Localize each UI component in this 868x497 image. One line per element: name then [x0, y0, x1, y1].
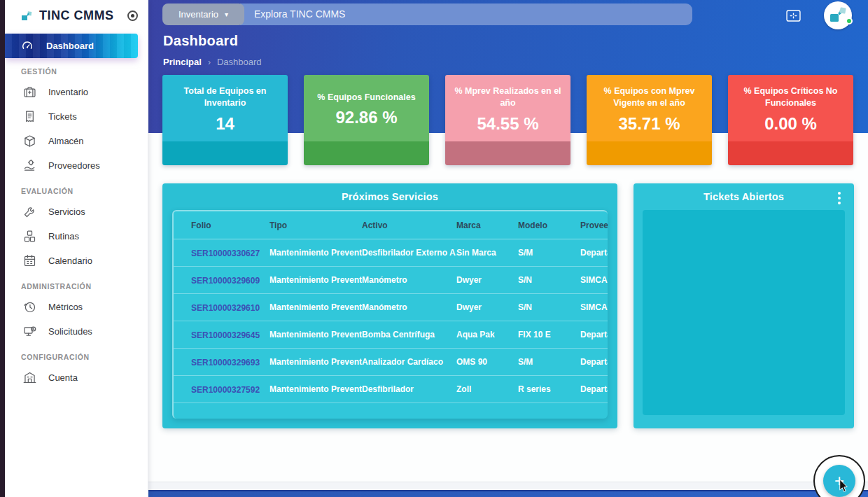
tickets-empty-panel	[643, 210, 845, 415]
folio-link[interactable]: SER10000329693	[191, 358, 260, 368]
kpi-title: % Mprev Realizados en el año	[454, 85, 562, 109]
sidebar-pin-icon[interactable]	[127, 10, 138, 21]
kpi-footer-strip	[304, 141, 429, 165]
table-row[interactable]: SER10000329693 Mantenimiento Prevent... …	[174, 349, 608, 376]
cell-activo: Desfibrilador	[362, 384, 456, 394]
global-search-input[interactable]	[240, 4, 692, 25]
breadcrumb-separator: ›	[208, 57, 211, 67]
cell-proveedor: SIMCA	[580, 302, 608, 312]
sidebar-item-label: Métricos	[48, 302, 83, 312]
metrics-clock-icon	[22, 300, 37, 314]
requests-monitor-icon	[22, 324, 37, 339]
topbar-actions	[786, 0, 852, 31]
online-status-dot	[846, 18, 853, 24]
fit-screen-icon[interactable]	[786, 10, 801, 22]
tickets-abiertos-title: Tickets Abiertos	[634, 183, 854, 209]
kebab-menu-icon[interactable]	[836, 190, 843, 206]
cell-proveedor: Departar	[580, 357, 608, 367]
sidebar-item-inventario[interactable]: Inventario	[5, 80, 148, 104]
sidebar-item-calendario[interactable]: Calendario	[5, 248, 148, 273]
supplier-hand-icon	[22, 158, 37, 173]
cell-modelo: S/M	[518, 357, 580, 367]
cell-activo: Analizador Cardíaco	[362, 357, 456, 367]
table-row[interactable]: SER10000329610 Mantenimiento Prevent... …	[174, 294, 608, 321]
kpi-title: % Equipos Críticos No Funcionales	[736, 85, 845, 109]
cubes-icon	[22, 229, 37, 244]
cell-proveedor: Departar	[580, 384, 608, 394]
cell-proveedor: Departar	[580, 248, 608, 258]
plus-icon: +	[834, 471, 844, 491]
sidebar-item-label: Tickets	[48, 111, 77, 122]
sidebar-item-tickets[interactable]: Tickets	[5, 104, 148, 129]
sidebar-item-proveedores[interactable]: Proveedores	[5, 153, 148, 178]
cell-marca: Dwyer	[456, 275, 518, 285]
sidebar-item-label: Dashboard	[46, 41, 94, 51]
topbar: Inventario ▾	[148, 0, 868, 28]
gauge-icon	[20, 39, 34, 53]
table-row[interactable]: SER10000329645 Mantenimiento Prevent... …	[174, 321, 608, 349]
account-building-icon	[22, 370, 37, 385]
folio-link[interactable]: SER10000330627	[191, 248, 260, 258]
sidebar-item-rutinas[interactable]: Rutinas	[5, 224, 148, 248]
cell-activo: Bomba Centrífuga	[362, 330, 456, 340]
sidebar-item-label: Solicitudes	[48, 326, 92, 337]
kpi-value: 92.86 %	[335, 108, 397, 127]
sidebar-section-evaluacion: EVALUACIÓN	[21, 187, 148, 195]
module-selector-dropdown[interactable]: Inventario ▾	[162, 4, 244, 25]
cell-marca: Sin Marca	[456, 248, 518, 258]
kpi-card-total-equipos: Total de Equipos en Inventario 14	[162, 75, 288, 165]
cell-modelo: S/N	[518, 275, 580, 285]
cell-modelo: S/N	[518, 302, 580, 312]
kpi-footer-strip	[728, 141, 853, 165]
folio-link[interactable]: SER10000329609	[191, 276, 260, 286]
sidebar-item-label: Inventario	[48, 87, 88, 97]
column-header-proveedor: Proveedor	[580, 220, 608, 230]
sidebar-item-servicios[interactable]: Servicios	[5, 200, 148, 224]
kpi-footer-strip	[162, 141, 288, 165]
warehouse-box-icon	[22, 134, 37, 148]
cell-activo: Desfibrilador Externo A...	[362, 248, 456, 258]
table-row[interactable]: SER10000330627 Mantenimiento Prevent... …	[174, 239, 608, 267]
cell-modelo: S/M	[518, 248, 580, 258]
folio-link[interactable]: SER10000327592	[191, 385, 260, 395]
cell-tipo: Mantenimiento Prevent...	[270, 330, 362, 340]
sidebar-item-almacen[interactable]: Almacén	[5, 129, 148, 153]
sidebar-item-label: Almacén	[48, 136, 84, 146]
table-row[interactable]: SER10000329609 Mantenimiento Prevent... …	[174, 267, 608, 294]
sidebar-item-label: Servicios	[48, 206, 85, 217]
folio-link[interactable]: SER10000329610	[191, 303, 260, 313]
kpi-card-mprev-realizados: % Mprev Realizados en el año 54.55 %	[445, 75, 570, 165]
sidebar-item-label: Cuenta	[48, 372, 78, 383]
tinc-logo-icon	[20, 9, 33, 22]
kpi-value: 35.71 %	[618, 114, 680, 134]
sidebar-item-solicitudes[interactable]: Solicitudes	[5, 319, 148, 344]
wrench-icon	[22, 204, 37, 219]
sidebar-section-gestion: GESTIÓN	[21, 67, 148, 76]
kpi-card-criticos-no-funcionales: % Equipos Críticos No Funcionales 0.00 %	[728, 75, 853, 165]
folio-link[interactable]: SER10000329645	[191, 330, 260, 340]
add-fab-button[interactable]: +	[823, 465, 855, 497]
table-header-row: Folio Tipo Activo Marca Modelo Proveedor	[174, 211, 608, 239]
sidebar-item-cuenta[interactable]: Cuenta	[5, 365, 148, 390]
kpi-value: 0.00 %	[764, 114, 817, 134]
proximos-servicios-card: Próximos Servicios Folio Tipo Activo Mar…	[162, 183, 617, 428]
sidebar-item-metricos[interactable]: Métricos	[5, 295, 148, 319]
breadcrumb-principal-link[interactable]: Principal	[163, 57, 202, 67]
sidebar-item-label: Calendario	[48, 255, 92, 266]
cell-tipo: Mantenimiento Prevent...	[270, 302, 362, 312]
cell-tipo: Mantenimiento Prevent...	[270, 384, 362, 394]
footer-strip	[148, 482, 868, 490]
kpi-card-row: Total de Equipos en Inventario 14 % Equi…	[162, 75, 854, 165]
user-avatar[interactable]	[824, 1, 852, 29]
column-header-modelo: Modelo	[518, 220, 580, 230]
window-edge-strip	[0, 0, 5, 497]
ticket-icon	[22, 109, 37, 124]
module-selector-label: Inventario	[178, 9, 218, 20]
cell-marca: OMS 90	[456, 357, 518, 367]
cell-modelo: R series	[518, 384, 580, 394]
cell-activo: Manómetro	[362, 275, 456, 285]
cell-modelo: FIX 10 E	[518, 330, 580, 340]
sidebar-item-dashboard[interactable]: Dashboard	[5, 34, 138, 58]
breadcrumb: Principal › Dashboard	[163, 57, 868, 67]
table-row[interactable]: SER10000327592 Mantenimiento Prevent... …	[174, 376, 608, 403]
